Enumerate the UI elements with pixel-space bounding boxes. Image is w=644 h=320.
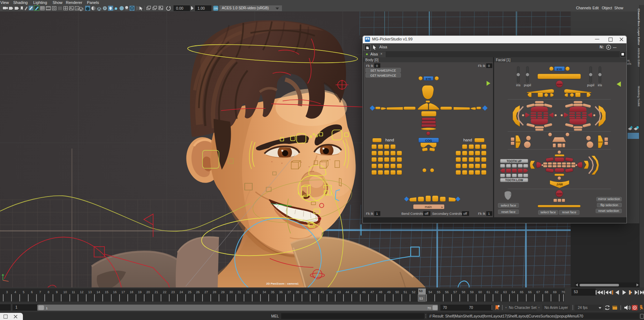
svg-text:GET NAMESPACE: GET NAMESPACE	[370, 74, 396, 77]
svg-text:COG: COG	[425, 139, 432, 142]
svg-text:EYE: EYE	[557, 68, 562, 71]
svg-text:M: M	[367, 38, 369, 40]
svg-text:1: 1	[488, 212, 490, 215]
svg-text:TOOTH UP: TOOTH UP	[507, 160, 522, 163]
svg-text:JAW: JAW	[556, 183, 563, 186]
svg-text:1: 1	[376, 212, 378, 215]
svg-text:reset selection: reset selection	[598, 209, 619, 213]
svg-text:Fk Ik: Fk Ik	[366, 212, 374, 215]
svg-text:mirror selection: mirror selection	[598, 197, 620, 201]
svg-text:Fk Ik: Fk Ik	[366, 64, 374, 68]
svg-text:Fk Ik: Fk Ik	[478, 64, 486, 68]
svg-text:Bend Controls: Bend Controls	[401, 212, 423, 215]
svg-text:EYE: EYE	[426, 77, 431, 81]
svg-text:0: 0	[488, 64, 490, 68]
svg-text:0: 0	[376, 64, 378, 68]
svg-text:hand: hand	[385, 138, 394, 142]
svg-text:GN: GN	[214, 7, 218, 10]
svg-text:flip selection: flip selection	[600, 203, 618, 207]
svg-text:Secondary Controls: Secondary Controls	[432, 212, 462, 215]
svg-text:TOOTH LOW: TOOTH LOW	[505, 179, 523, 182]
svg-text:SQUASH: SQUASH	[557, 84, 562, 85]
svg-text:Fk Ik: Fk Ik	[478, 212, 486, 215]
svg-text:T: T	[76, 7, 78, 10]
svg-text:2D Pan/Zoom : camera1: 2D Pan/Zoom : camera1	[266, 282, 299, 285]
svg-text:1.00: 1.00	[197, 6, 205, 10]
svg-text:Body [0]: Body [0]	[365, 58, 379, 62]
svg-text:Facial [1]: Facial [1]	[496, 58, 511, 62]
svg-text:pupil: pupil	[524, 83, 531, 87]
svg-text:iris: iris	[516, 83, 521, 87]
svg-text:SQUASH: SQUASH	[557, 193, 562, 195]
svg-text:iris: iris	[598, 83, 602, 87]
svg-text:pupil: pupil	[587, 83, 594, 87]
svg-text:0.00: 0.00	[176, 6, 184, 10]
svg-text:select face: select face	[501, 204, 516, 207]
svg-text:hand: hand	[463, 138, 472, 142]
svg-text:off: off	[425, 212, 429, 215]
svg-text:select face: select face	[540, 210, 556, 214]
svg-text:reset face: reset face	[562, 210, 576, 214]
svg-text:reset face: reset face	[501, 210, 516, 214]
svg-text:EAR: EAR	[599, 141, 603, 143]
svg-text:EAR: EAR	[516, 141, 520, 143]
svg-text:off: off	[463, 212, 467, 215]
svg-text:main: main	[425, 205, 432, 209]
svg-text:▸: ▸	[441, 205, 443, 209]
svg-text:SET NAMESPACE: SET NAMESPACE	[370, 69, 396, 72]
